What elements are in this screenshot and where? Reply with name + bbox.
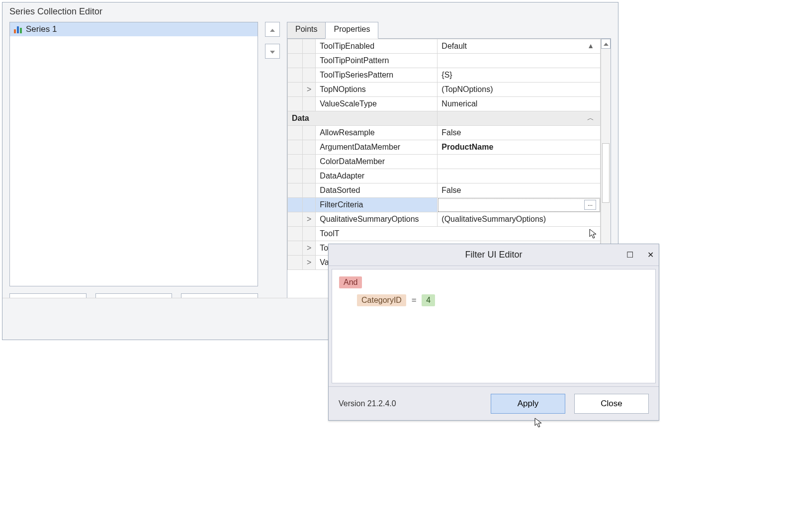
prop-value[interactable]: Default▲ — [438, 39, 601, 54]
close-icon[interactable]: ✕ — [647, 250, 654, 260]
prop-value[interactable]: False — [438, 126, 601, 140]
expand-icon[interactable]: > — [303, 256, 316, 270]
chevron-up-icon[interactable]: ▲ — [587, 42, 594, 50]
prop-value[interactable] — [438, 155, 601, 169]
prop-row: AllowResampleFalse — [288, 126, 601, 140]
prop-key: ValueScaleType — [316, 97, 438, 111]
move-down-button[interactable] — [265, 44, 280, 59]
prop-key: ColorDataMember — [316, 155, 438, 169]
series-list[interactable]: Series 1 — [9, 22, 258, 286]
category-row: Data︿ — [288, 111, 601, 126]
filter-ui-editor-dialog: Filter UI Editor ☐ ✕ And CategoryID = 4 … — [328, 244, 659, 421]
prop-value[interactable]: {S} — [438, 68, 601, 83]
chevron-up-icon[interactable]: ︿ — [587, 114, 594, 123]
apply-button[interactable]: Apply — [491, 394, 565, 414]
prop-key: TopNOptions — [316, 83, 438, 97]
prop-row: DataSortedFalse — [288, 183, 601, 198]
prop-value[interactable]: (TopNOptions) — [438, 83, 601, 97]
prop-value[interactable]: False — [438, 183, 601, 198]
series-panel: Series 1 Add... Copy Remove — [9, 22, 258, 310]
prop-value[interactable]: Numerical — [438, 97, 601, 111]
series-item-label: Series 1 — [26, 24, 57, 34]
bar-chart-icon — [14, 25, 22, 33]
prop-row: ToolTipEnabledDefault▲ — [288, 39, 601, 54]
window-controls: ☐ ✕ — [626, 250, 654, 260]
tab-properties[interactable]: Properties — [325, 22, 378, 39]
prop-key: AllowResample — [316, 126, 438, 140]
ellipsis-button[interactable]: ... — [584, 200, 596, 210]
filter-field[interactable]: CategoryID — [357, 294, 406, 306]
expand-icon[interactable]: > — [303, 83, 316, 97]
prop-row: ColorDataMember — [288, 155, 601, 169]
prop-row: >TopNOptions(TopNOptions) — [288, 83, 601, 97]
prop-value[interactable]: ... — [438, 198, 601, 212]
prop-row: ValueScaleTypeNumerical — [288, 97, 601, 111]
prop-row: ToolT — [288, 227, 601, 241]
prop-value[interactable]: (QualitativeSummaryOptions) — [438, 212, 601, 227]
filter-operator[interactable]: = — [412, 295, 417, 305]
category-label[interactable]: Data — [288, 111, 438, 126]
prop-row-selected: FilterCriteria... — [288, 198, 601, 212]
prop-key: ToolTipEnabled — [316, 39, 438, 54]
prop-key: ToolT — [316, 227, 601, 241]
prop-row: ArgumentDataMemberProductName — [288, 140, 601, 155]
prop-key: ToolTipPointPattern — [316, 54, 438, 68]
filter-title: Filter UI Editor — [465, 250, 522, 260]
version-label: Version 21.2.4.0 — [339, 399, 396, 408]
filter-value[interactable]: 4 — [422, 294, 435, 306]
prop-key: QualitativeSummaryOptions — [316, 212, 438, 227]
expand-icon[interactable]: > — [303, 241, 316, 256]
filter-and-operator[interactable]: And — [339, 276, 362, 288]
prop-value[interactable] — [438, 169, 601, 183]
property-table: ToolTipEnabledDefault▲ ToolTipPointPatte… — [287, 39, 601, 270]
dialog-title: Series Collection Editor — [2, 2, 618, 22]
filter-body: And CategoryID = 4 — [332, 269, 656, 383]
prop-value[interactable]: ProductName — [438, 140, 601, 155]
prop-row: >QualitativeSummaryOptions(QualitativeSu… — [288, 212, 601, 227]
prop-row: ToolTipPointPattern — [288, 54, 601, 68]
reorder-buttons — [265, 22, 280, 310]
prop-value[interactable] — [438, 54, 601, 68]
scroll-thumb[interactable] — [602, 143, 610, 203]
prop-row: ToolTipSeriesPattern{S} — [288, 68, 601, 83]
prop-row: DataAdapter — [288, 169, 601, 183]
filter-titlebar[interactable]: Filter UI Editor ☐ ✕ — [329, 244, 659, 266]
scroll-up-button[interactable] — [601, 39, 611, 49]
filter-footer: Version 21.2.4.0 Apply Close — [329, 386, 659, 420]
prop-key: ArgumentDataMember — [316, 140, 438, 155]
series-item[interactable]: Series 1 — [10, 22, 258, 36]
prop-key: DataSorted — [316, 183, 438, 198]
filter-condition: CategoryID = 4 — [339, 294, 648, 306]
prop-key: DataAdapter — [316, 169, 438, 183]
tab-points[interactable]: Points — [287, 22, 326, 39]
tab-bar: Points Properties — [287, 22, 611, 39]
close-button[interactable]: Close — [574, 394, 649, 414]
maximize-icon[interactable]: ☐ — [626, 250, 633, 260]
prop-key: FilterCriteria — [316, 198, 438, 212]
prop-key: ToolTipSeriesPattern — [316, 68, 438, 83]
expand-icon[interactable]: > — [303, 212, 316, 227]
move-up-button[interactable] — [265, 22, 280, 37]
